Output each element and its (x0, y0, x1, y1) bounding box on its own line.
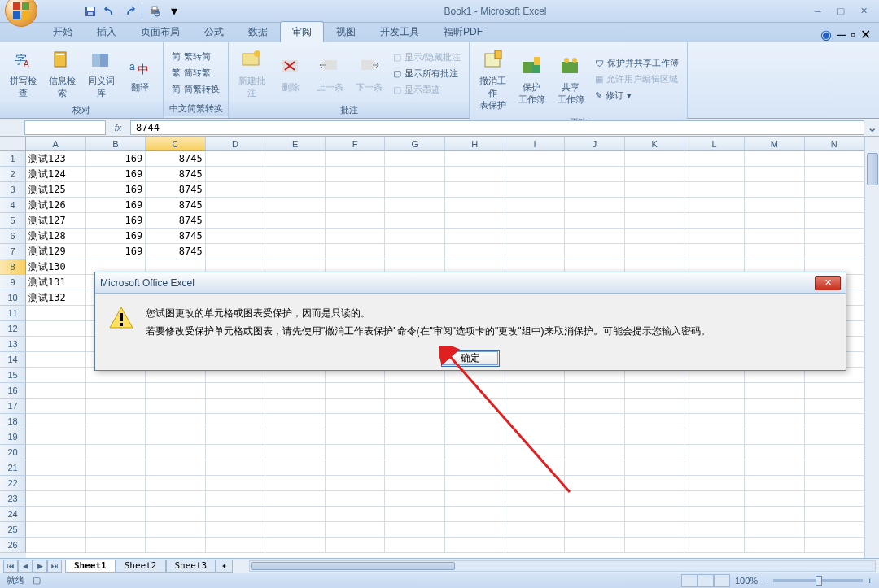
cell[interactable] (684, 198, 745, 213)
cell[interactable] (745, 522, 805, 538)
cell[interactable] (684, 399, 745, 414)
cell[interactable] (745, 151, 805, 167)
cell[interactable] (684, 414, 745, 429)
tab-review[interactable]: 审阅 (280, 21, 324, 42)
cell[interactable] (206, 414, 266, 429)
cell[interactable] (26, 383, 86, 399)
row-header[interactable]: 16 (0, 383, 26, 399)
cell[interactable] (745, 213, 805, 229)
cell[interactable] (625, 151, 685, 167)
row-header[interactable]: 11 (0, 306, 26, 321)
cell[interactable] (625, 429, 685, 445)
cell[interactable] (26, 460, 86, 476)
tab-developer[interactable]: 开发工具 (368, 21, 431, 42)
cell[interactable] (206, 198, 266, 213)
cell[interactable] (206, 460, 266, 476)
cell[interactable] (326, 182, 386, 198)
cell[interactable] (26, 399, 86, 414)
row-header[interactable]: 19 (0, 429, 26, 445)
macro-record-icon[interactable]: ▢ (33, 575, 41, 586)
cell[interactable] (805, 244, 865, 259)
cell[interactable] (505, 429, 566, 445)
cell[interactable] (445, 460, 505, 476)
cell[interactable] (385, 182, 445, 198)
cell[interactable] (805, 213, 865, 229)
cell[interactable]: 169 (86, 151, 146, 167)
cell[interactable]: 169 (86, 229, 146, 244)
cell[interactable] (684, 460, 745, 476)
cell[interactable] (625, 491, 685, 507)
cell[interactable] (385, 151, 445, 167)
cell[interactable] (265, 399, 326, 414)
sheet-tab-1[interactable]: Sheet1 (65, 560, 116, 573)
cell[interactable] (445, 213, 505, 229)
column-header[interactable]: K (625, 137, 685, 151)
dialog-close-button[interactable]: ✕ (815, 276, 841, 290)
cell[interactable] (86, 445, 146, 460)
cell[interactable] (385, 399, 445, 414)
cell[interactable] (86, 538, 146, 553)
traditional-button[interactable]: 繁简转繁 (168, 65, 223, 81)
row-header[interactable]: 22 (0, 476, 26, 491)
cell[interactable] (445, 538, 505, 553)
cell[interactable] (206, 182, 266, 198)
cell[interactable]: 测试132 (26, 290, 86, 306)
cell[interactable] (206, 522, 266, 538)
cell[interactable] (625, 383, 685, 399)
cell[interactable] (326, 151, 386, 167)
cell[interactable]: 测试127 (26, 213, 86, 229)
column-header[interactable]: G (385, 137, 445, 151)
scroll-thumb[interactable] (867, 153, 878, 185)
cell[interactable] (445, 429, 505, 445)
cell[interactable] (805, 229, 865, 244)
cell[interactable] (805, 491, 865, 507)
cell[interactable] (326, 399, 386, 414)
cell[interactable] (505, 198, 566, 213)
column-header[interactable]: J (565, 137, 625, 151)
cell[interactable] (505, 383, 566, 399)
cell[interactable] (86, 507, 146, 522)
cell[interactable]: 8745 (146, 167, 206, 182)
cell[interactable] (265, 229, 326, 244)
cell[interactable]: 169 (86, 167, 146, 182)
column-header[interactable]: N (805, 137, 865, 151)
cell[interactable] (206, 244, 266, 259)
cell[interactable] (265, 151, 326, 167)
cell[interactable] (684, 507, 745, 522)
row-header[interactable]: 25 (0, 522, 26, 538)
tab-data[interactable]: 数据 (236, 21, 280, 42)
cell[interactable] (684, 383, 745, 399)
cell[interactable] (745, 445, 805, 460)
cell[interactable] (625, 445, 685, 460)
cell[interactable] (146, 429, 206, 445)
cell[interactable] (326, 198, 386, 213)
cell[interactable] (684, 445, 745, 460)
cell[interactable] (26, 352, 86, 368)
cell[interactable] (565, 383, 625, 399)
tab-layout[interactable]: 页面布局 (129, 21, 192, 42)
row-header[interactable]: 5 (0, 213, 26, 229)
cell[interactable] (206, 399, 266, 414)
help-icon[interactable]: ◉ (820, 27, 832, 42)
cell[interactable] (505, 522, 566, 538)
cell[interactable] (385, 491, 445, 507)
cell[interactable] (26, 321, 86, 337)
fx-icon[interactable]: fx (111, 120, 125, 135)
cell[interactable] (625, 167, 685, 182)
cell[interactable] (745, 429, 805, 445)
row-header[interactable]: 15 (0, 368, 26, 383)
row-header[interactable]: 26 (0, 538, 26, 553)
cell[interactable] (565, 198, 625, 213)
cell[interactable] (265, 383, 326, 399)
cell[interactable]: 测试125 (26, 182, 86, 198)
cell[interactable] (385, 445, 445, 460)
cell[interactable] (565, 460, 625, 476)
cell[interactable]: 8745 (146, 182, 206, 198)
cell[interactable] (625, 244, 685, 259)
cell[interactable] (206, 151, 266, 167)
cell[interactable] (445, 151, 505, 167)
cell[interactable]: 8745 (146, 229, 206, 244)
simplified-button[interactable]: 简繁转简 (168, 49, 223, 64)
cell[interactable] (206, 507, 266, 522)
horizontal-scrollbar[interactable] (249, 560, 876, 572)
